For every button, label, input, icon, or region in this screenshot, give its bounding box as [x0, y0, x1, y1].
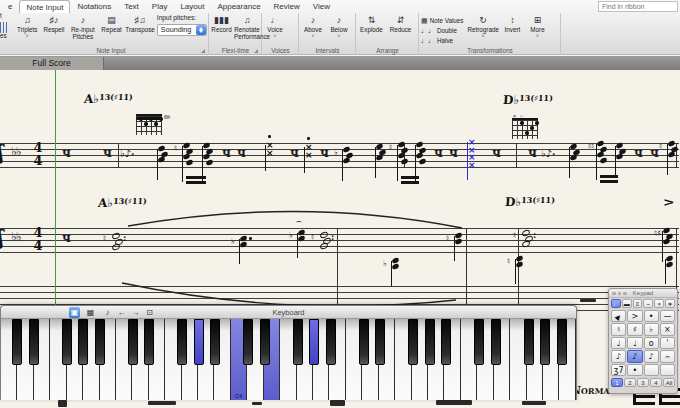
ribbon-tab-text[interactable]: Text [118, 0, 145, 13]
voice-button-2[interactable]: 2 [624, 378, 636, 387]
quarter-rest[interactable]: ч [222, 146, 231, 160]
dialog-launcher-icon-flexi-time[interactable] [254, 49, 258, 53]
voice-button-all[interactable]: All [663, 378, 675, 387]
piano-black-key[interactable] [243, 319, 253, 365]
ribbon-tab-review[interactable]: Review [268, 0, 306, 13]
quarter-rest[interactable]: ч [103, 146, 112, 160]
dialog-launcher-icon-note-input[interactable] [201, 49, 205, 53]
keypad-cell-r3c3[interactable]: o [644, 337, 659, 349]
ribbon-tab-view[interactable]: View [307, 0, 336, 13]
voice-button-3[interactable]: 3 [637, 378, 649, 387]
button-voice[interactable]: ♩Voice˅ [263, 14, 287, 39]
keypad-cell-r3c1[interactable]: ♩ [611, 337, 626, 349]
keyboard-size-icon[interactable]: ▦ [85, 307, 96, 318]
piano-black-key[interactable] [491, 319, 501, 365]
keyboard-panel-titlebar[interactable]: Keyboard ▣▦♪←→⊡ [1, 306, 576, 319]
quarter-rest[interactable]: ч [62, 146, 71, 160]
voice-button-4[interactable]: 4 [650, 378, 662, 387]
keypad-cell-r3c2[interactable]: ♩ [627, 337, 642, 349]
midi-input-toggle-icon[interactable]: ▣ [69, 307, 80, 318]
tab-full-score[interactable]: Full Score [0, 57, 104, 70]
piano-black-key[interactable] [557, 319, 567, 365]
piano-black-key[interactable] [425, 319, 435, 365]
button-reduce[interactable]: ⇵Reduce [386, 14, 415, 34]
keypad-titlebar[interactable]: Keypad [609, 289, 677, 298]
quarter-rest[interactable]: ч [290, 146, 299, 160]
piano-black-key[interactable] [540, 319, 550, 365]
chord-symbol[interactable]: A♭13(♯11) [84, 92, 134, 106]
button-triplets[interactable]: ♫Triplets˅ [14, 14, 41, 39]
button-re-input-pitches[interactable]: ♪Re-input Pitches [67, 14, 99, 41]
piano-black-key[interactable] [441, 319, 451, 365]
keypad-cell-r1c1[interactable]: ▶ [611, 310, 626, 322]
piano-black-key[interactable] [78, 319, 88, 365]
piano-black-key[interactable] [95, 319, 105, 365]
button-explode[interactable]: ⇅Explode [357, 14, 386, 34]
button-transpose[interactable]: ♯♫Transpose [124, 14, 156, 34]
button-more[interactable]: ⊞More˅ [525, 14, 549, 39]
button-retrograde[interactable]: ↻Retrograde˅ [466, 14, 499, 39]
quarter-rest[interactable]: ч [62, 231, 71, 245]
keypad-cell-r5c2[interactable]: • [627, 364, 642, 376]
quarter-rest[interactable]: ч [650, 146, 659, 160]
quarter-rest[interactable]: ч [634, 146, 643, 160]
button-below[interactable]: ♪Below˅ [326, 14, 352, 39]
ribbon-tab-play[interactable]: Play [146, 0, 174, 13]
quarter-rest[interactable]: ч [449, 146, 458, 160]
button-record[interactable]: ▮▮▮Record [210, 14, 233, 34]
keypad-layout-tab-1[interactable]: ♩ [611, 299, 621, 308]
quarter-rest[interactable]: ч [434, 146, 443, 160]
keypad-cell-r5c4[interactable] [660, 364, 675, 376]
minimize-button[interactable] [618, 292, 622, 296]
button-note-values[interactable]: ▦Note Values [421, 16, 463, 25]
piano-black-key[interactable] [12, 319, 22, 365]
button-above[interactable]: ♪Above˅ [300, 14, 326, 39]
keypad-cell-r5c3[interactable] [644, 364, 659, 376]
piano-black-key[interactable] [128, 319, 138, 365]
piano-black-key[interactable] [524, 319, 534, 365]
piano-black-key[interactable] [309, 319, 319, 365]
grace-note[interactable]: ♭♪· [120, 148, 135, 159]
octave-right-icon[interactable]: → [130, 307, 141, 318]
quarter-rest[interactable]: ч [528, 146, 537, 160]
keypad-layout-tab-6[interactable]: ∗ [665, 299, 675, 308]
ribbon-tab-note-input[interactable]: Note Input [19, 0, 70, 13]
piano-black-key[interactable] [62, 319, 72, 365]
piano-black-key[interactable] [359, 319, 369, 365]
keypad-cell-r1c4[interactable]: — [660, 310, 675, 322]
keypad-layout-tab-4[interactable]: ⌢ [643, 299, 653, 308]
piano-black-key[interactable] [144, 319, 154, 365]
quarter-rest[interactable]: ч [320, 146, 329, 160]
find-in-ribbon-input[interactable] [598, 1, 678, 12]
keypad-cell-r5c1[interactable]: ʒ7 [611, 364, 626, 376]
zoom-button[interactable] [623, 292, 627, 296]
piano-black-key[interactable] [293, 319, 303, 365]
piano-black-key[interactable] [474, 319, 484, 365]
button-double[interactable]: ♩♩Double [421, 26, 463, 35]
stepper-arrows-icon[interactable] [196, 25, 206, 35]
piano-black-key[interactable] [375, 319, 385, 365]
keypad-cell-r4c2[interactable]: ♪ [627, 350, 642, 362]
piano-black-key[interactable] [194, 319, 204, 365]
quarter-rest[interactable]: ч [492, 146, 501, 160]
keypad-cell-r1c2[interactable]: > [627, 310, 642, 322]
piano-black-key[interactable] [408, 319, 418, 365]
octave-left-icon[interactable]: ← [116, 307, 127, 318]
input-pitches-select[interactable]: Sounding [157, 24, 207, 36]
keypad-cell-r4c1[interactable]: ♪ [611, 350, 626, 362]
piano-black-key[interactable] [29, 319, 39, 365]
ribbon-button-clipped[interactable]: tes [0, 13, 12, 53]
panel-menu-icon[interactable]: ⊡ [144, 307, 155, 318]
grace-note[interactable]: ♭♪· [541, 148, 556, 159]
keypad-cell-r3c4[interactable]: ' [660, 337, 675, 349]
voice-button-1[interactable]: 1 [611, 378, 623, 387]
piano-black-key[interactable] [260, 319, 270, 365]
ribbon-tab-appearance[interactable]: Appearance [211, 0, 266, 13]
chord-symbol[interactable]: D♭13(♯11) [505, 195, 556, 209]
note-input-mode-icon[interactable]: ♪ [102, 307, 113, 318]
button-invert[interactable]: ↕Invert [499, 14, 525, 34]
button-renotate-performance[interactable]: ♫Renotate Performance [233, 14, 261, 41]
keypad-layout-tab-2[interactable]: ▬ [622, 299, 632, 308]
button-halve[interactable]: ♩♩Halve [421, 36, 463, 45]
chord-symbol[interactable]: A♭13(♯11) [98, 196, 148, 210]
